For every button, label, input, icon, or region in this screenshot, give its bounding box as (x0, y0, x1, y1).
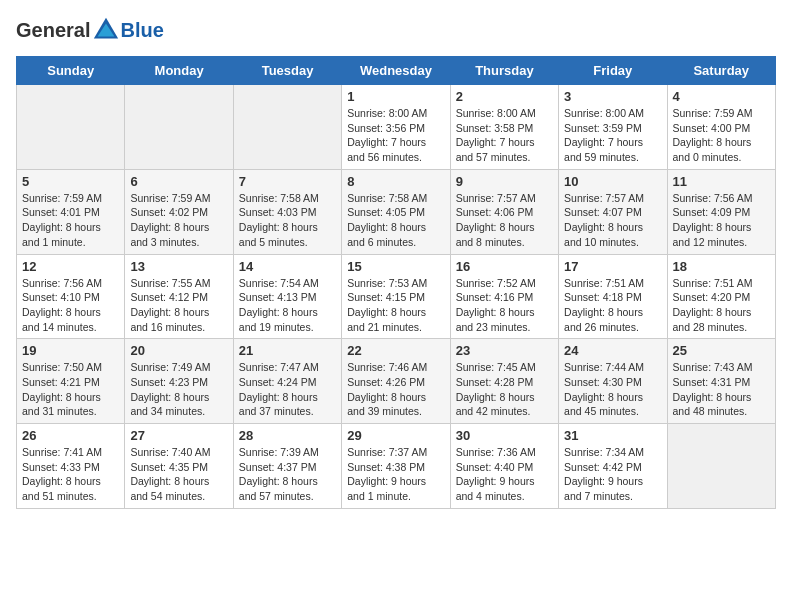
day-number: 28 (239, 428, 336, 443)
calendar-cell: 16Sunrise: 7:52 AMSunset: 4:16 PMDayligh… (450, 254, 558, 339)
page-header: General Blue (16, 16, 776, 44)
calendar-cell: 17Sunrise: 7:51 AMSunset: 4:18 PMDayligh… (559, 254, 667, 339)
day-info: Sunrise: 7:44 AMSunset: 4:30 PMDaylight:… (564, 360, 661, 419)
calendar-week-row: 1Sunrise: 8:00 AMSunset: 3:56 PMDaylight… (17, 85, 776, 170)
day-info: Sunrise: 7:39 AMSunset: 4:37 PMDaylight:… (239, 445, 336, 504)
day-number: 1 (347, 89, 444, 104)
day-number: 31 (564, 428, 661, 443)
day-info: Sunrise: 7:46 AMSunset: 4:26 PMDaylight:… (347, 360, 444, 419)
day-info: Sunrise: 7:53 AMSunset: 4:15 PMDaylight:… (347, 276, 444, 335)
calendar-cell: 27Sunrise: 7:40 AMSunset: 4:35 PMDayligh… (125, 424, 233, 509)
day-number: 9 (456, 174, 553, 189)
calendar-cell: 30Sunrise: 7:36 AMSunset: 4:40 PMDayligh… (450, 424, 558, 509)
day-number: 24 (564, 343, 661, 358)
calendar-table: SundayMondayTuesdayWednesdayThursdayFrid… (16, 56, 776, 509)
calendar-cell: 8Sunrise: 7:58 AMSunset: 4:05 PMDaylight… (342, 169, 450, 254)
calendar-cell: 2Sunrise: 8:00 AMSunset: 3:58 PMDaylight… (450, 85, 558, 170)
calendar-cell: 31Sunrise: 7:34 AMSunset: 4:42 PMDayligh… (559, 424, 667, 509)
day-number: 20 (130, 343, 227, 358)
calendar-week-row: 26Sunrise: 7:41 AMSunset: 4:33 PMDayligh… (17, 424, 776, 509)
day-number: 4 (673, 89, 770, 104)
day-number: 26 (22, 428, 119, 443)
calendar-cell: 6Sunrise: 7:59 AMSunset: 4:02 PMDaylight… (125, 169, 233, 254)
calendar-cell: 3Sunrise: 8:00 AMSunset: 3:59 PMDaylight… (559, 85, 667, 170)
day-info: Sunrise: 7:50 AMSunset: 4:21 PMDaylight:… (22, 360, 119, 419)
logo-general: General (16, 19, 90, 42)
calendar-cell: 10Sunrise: 7:57 AMSunset: 4:07 PMDayligh… (559, 169, 667, 254)
col-header-sunday: Sunday (17, 57, 125, 85)
calendar-cell (125, 85, 233, 170)
day-number: 6 (130, 174, 227, 189)
calendar-cell: 19Sunrise: 7:50 AMSunset: 4:21 PMDayligh… (17, 339, 125, 424)
logo: General Blue (16, 16, 164, 44)
day-number: 25 (673, 343, 770, 358)
day-number: 22 (347, 343, 444, 358)
calendar-cell: 4Sunrise: 7:59 AMSunset: 4:00 PMDaylight… (667, 85, 775, 170)
day-info: Sunrise: 7:56 AMSunset: 4:10 PMDaylight:… (22, 276, 119, 335)
calendar-cell: 11Sunrise: 7:56 AMSunset: 4:09 PMDayligh… (667, 169, 775, 254)
day-number: 29 (347, 428, 444, 443)
day-number: 30 (456, 428, 553, 443)
calendar-cell (667, 424, 775, 509)
day-info: Sunrise: 7:51 AMSunset: 4:18 PMDaylight:… (564, 276, 661, 335)
day-info: Sunrise: 7:58 AMSunset: 4:05 PMDaylight:… (347, 191, 444, 250)
calendar-cell: 28Sunrise: 7:39 AMSunset: 4:37 PMDayligh… (233, 424, 341, 509)
col-header-friday: Friday (559, 57, 667, 85)
calendar-cell: 1Sunrise: 8:00 AMSunset: 3:56 PMDaylight… (342, 85, 450, 170)
day-info: Sunrise: 8:00 AMSunset: 3:59 PMDaylight:… (564, 106, 661, 165)
day-number: 27 (130, 428, 227, 443)
day-number: 10 (564, 174, 661, 189)
calendar-cell: 25Sunrise: 7:43 AMSunset: 4:31 PMDayligh… (667, 339, 775, 424)
calendar-cell: 29Sunrise: 7:37 AMSunset: 4:38 PMDayligh… (342, 424, 450, 509)
col-header-thursday: Thursday (450, 57, 558, 85)
day-info: Sunrise: 7:56 AMSunset: 4:09 PMDaylight:… (673, 191, 770, 250)
day-number: 3 (564, 89, 661, 104)
calendar-cell: 23Sunrise: 7:45 AMSunset: 4:28 PMDayligh… (450, 339, 558, 424)
calendar-cell: 26Sunrise: 7:41 AMSunset: 4:33 PMDayligh… (17, 424, 125, 509)
calendar-cell: 5Sunrise: 7:59 AMSunset: 4:01 PMDaylight… (17, 169, 125, 254)
day-info: Sunrise: 7:34 AMSunset: 4:42 PMDaylight:… (564, 445, 661, 504)
day-number: 14 (239, 259, 336, 274)
day-info: Sunrise: 7:47 AMSunset: 4:24 PMDaylight:… (239, 360, 336, 419)
calendar-cell: 22Sunrise: 7:46 AMSunset: 4:26 PMDayligh… (342, 339, 450, 424)
calendar-cell: 7Sunrise: 7:58 AMSunset: 4:03 PMDaylight… (233, 169, 341, 254)
day-info: Sunrise: 7:59 AMSunset: 4:00 PMDaylight:… (673, 106, 770, 165)
day-number: 5 (22, 174, 119, 189)
day-info: Sunrise: 7:55 AMSunset: 4:12 PMDaylight:… (130, 276, 227, 335)
calendar-week-row: 5Sunrise: 7:59 AMSunset: 4:01 PMDaylight… (17, 169, 776, 254)
day-number: 2 (456, 89, 553, 104)
calendar-cell (233, 85, 341, 170)
logo-blue: Blue (120, 19, 163, 42)
logo-icon (92, 16, 120, 44)
day-number: 23 (456, 343, 553, 358)
day-info: Sunrise: 7:49 AMSunset: 4:23 PMDaylight:… (130, 360, 227, 419)
day-info: Sunrise: 8:00 AMSunset: 3:56 PMDaylight:… (347, 106, 444, 165)
day-info: Sunrise: 7:37 AMSunset: 4:38 PMDaylight:… (347, 445, 444, 504)
day-number: 8 (347, 174, 444, 189)
calendar-cell: 24Sunrise: 7:44 AMSunset: 4:30 PMDayligh… (559, 339, 667, 424)
calendar-cell: 15Sunrise: 7:53 AMSunset: 4:15 PMDayligh… (342, 254, 450, 339)
calendar-cell (17, 85, 125, 170)
day-number: 13 (130, 259, 227, 274)
day-info: Sunrise: 7:41 AMSunset: 4:33 PMDaylight:… (22, 445, 119, 504)
day-info: Sunrise: 7:40 AMSunset: 4:35 PMDaylight:… (130, 445, 227, 504)
day-info: Sunrise: 7:57 AMSunset: 4:07 PMDaylight:… (564, 191, 661, 250)
day-number: 12 (22, 259, 119, 274)
day-info: Sunrise: 7:59 AMSunset: 4:01 PMDaylight:… (22, 191, 119, 250)
day-info: Sunrise: 7:43 AMSunset: 4:31 PMDaylight:… (673, 360, 770, 419)
calendar-week-row: 12Sunrise: 7:56 AMSunset: 4:10 PMDayligh… (17, 254, 776, 339)
calendar-cell: 12Sunrise: 7:56 AMSunset: 4:10 PMDayligh… (17, 254, 125, 339)
calendar-header-row: SundayMondayTuesdayWednesdayThursdayFrid… (17, 57, 776, 85)
calendar-cell: 14Sunrise: 7:54 AMSunset: 4:13 PMDayligh… (233, 254, 341, 339)
day-info: Sunrise: 7:45 AMSunset: 4:28 PMDaylight:… (456, 360, 553, 419)
day-number: 16 (456, 259, 553, 274)
day-number: 15 (347, 259, 444, 274)
day-number: 11 (673, 174, 770, 189)
day-info: Sunrise: 7:57 AMSunset: 4:06 PMDaylight:… (456, 191, 553, 250)
calendar-week-row: 19Sunrise: 7:50 AMSunset: 4:21 PMDayligh… (17, 339, 776, 424)
calendar-cell: 20Sunrise: 7:49 AMSunset: 4:23 PMDayligh… (125, 339, 233, 424)
calendar-cell: 21Sunrise: 7:47 AMSunset: 4:24 PMDayligh… (233, 339, 341, 424)
day-number: 18 (673, 259, 770, 274)
day-info: Sunrise: 7:58 AMSunset: 4:03 PMDaylight:… (239, 191, 336, 250)
day-info: Sunrise: 7:51 AMSunset: 4:20 PMDaylight:… (673, 276, 770, 335)
